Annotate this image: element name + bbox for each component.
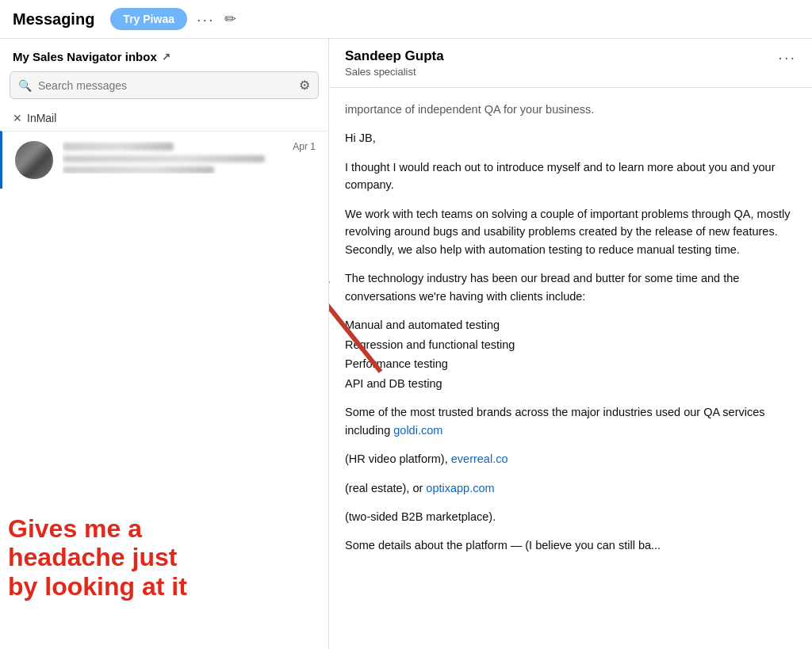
contact-title: Sales specialist xyxy=(345,66,444,78)
inmail-close-icon[interactable]: ✕ xyxy=(13,112,22,124)
header-dots-icon[interactable]: ··· xyxy=(197,10,215,29)
pane-dots-icon[interactable]: ··· xyxy=(778,48,796,67)
inmail-label: InMail xyxy=(27,112,56,124)
compose-icon[interactable]: ✏ xyxy=(224,10,236,28)
inmail-filter: ✕ InMail xyxy=(0,107,328,131)
list-item-2: Regression and functional testing xyxy=(345,336,796,353)
preview-line-2 xyxy=(63,166,214,174)
annotation-text: Gives me a headache just by looking at i… xyxy=(8,514,293,601)
truncated-top-text: importance of independent QA for your bu… xyxy=(345,101,796,118)
sender-name-blurred xyxy=(63,143,174,151)
preview-line-1 xyxy=(63,155,265,162)
list-item-4: API and DB testing xyxy=(345,375,796,392)
avatar-image xyxy=(15,141,53,179)
message-preview xyxy=(63,155,316,174)
search-icon: 🔍 xyxy=(18,79,32,92)
message-pane: Sandeep Gupta Sales specialist ··· impor… xyxy=(329,39,812,649)
inbox-title: My Sales Navigator inbox ↗ xyxy=(0,39,328,71)
link-optix[interactable]: optixapp.com xyxy=(426,482,494,494)
main-layout: My Sales Navigator inbox ↗ 🔍 ⚙ ✕ InMail … xyxy=(0,39,812,649)
message-content: Apr 1 xyxy=(63,141,316,174)
avatar xyxy=(15,141,53,179)
message-date: Apr 1 xyxy=(293,141,316,152)
para-intro: I thought I would reach out to introduce… xyxy=(345,158,796,194)
message-pane-header: Sandeep Gupta Sales specialist ··· xyxy=(329,39,812,88)
contact-info: Sandeep Gupta Sales specialist xyxy=(345,48,444,78)
message-name-row: Apr 1 xyxy=(63,141,316,152)
para-qa-work: We work with tech teams on solving a cou… xyxy=(345,205,796,258)
external-link-icon[interactable]: ↗ xyxy=(162,51,170,63)
search-bar: 🔍 ⚙ xyxy=(10,71,319,99)
para-marketplace: (two-sided B2B marketplace). xyxy=(345,508,796,525)
para-partial: Some details about the platform — (I bel… xyxy=(345,536,796,554)
link-goldi[interactable]: goldi.com xyxy=(393,424,442,437)
top-header: Messaging Try Piwaa ··· ✏ xyxy=(0,0,812,39)
try-piwaa-button[interactable]: Try Piwaa xyxy=(110,8,187,30)
sidebar: My Sales Navigator inbox ↗ 🔍 ⚙ ✕ InMail … xyxy=(0,39,329,649)
para-brands: Some of the most trusted brands across t… xyxy=(345,403,796,439)
para-tech-industry: The technology industry has been our bre… xyxy=(345,269,796,305)
service-list: Manual and automated testing Regression … xyxy=(345,316,796,392)
filter-icon[interactable]: ⚙ xyxy=(299,78,310,93)
para-greeting: Hi JB, xyxy=(345,129,796,147)
list-item-1: Manual and automated testing xyxy=(345,316,796,334)
para-references-2: (real estate), or optixapp.com xyxy=(345,479,796,497)
contact-name: Sandeep Gupta xyxy=(345,48,444,64)
message-body: importance of independent QA for your bu… xyxy=(329,88,812,649)
app-title: Messaging xyxy=(13,10,94,29)
para-references: (HR video platform), everreal.co xyxy=(345,450,796,468)
link-everreal[interactable]: everreal.co xyxy=(451,452,508,465)
list-item-3: Performance testing xyxy=(345,355,796,372)
message-item[interactable]: Apr 1 xyxy=(0,131,328,189)
search-input[interactable] xyxy=(38,79,293,92)
